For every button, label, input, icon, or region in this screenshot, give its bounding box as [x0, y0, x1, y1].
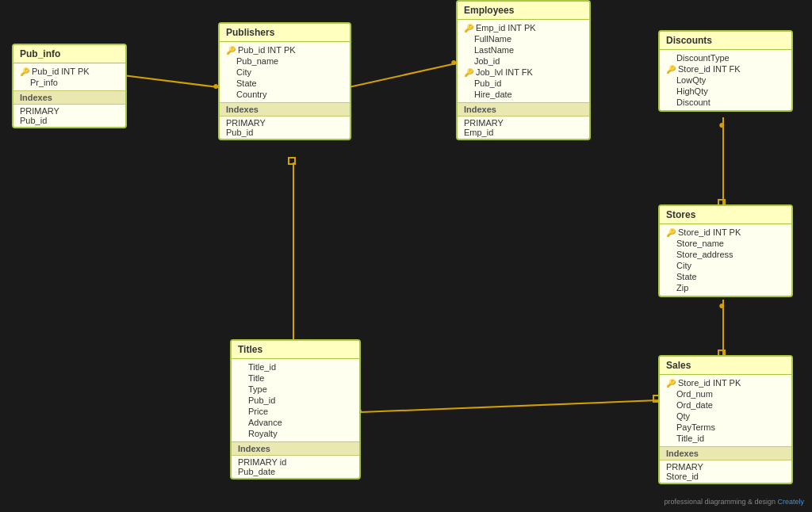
table-row: Title_id	[238, 361, 353, 373]
table-row: 🔑 Pub_id INT PK	[20, 66, 119, 77]
key-icon: 🔑	[666, 228, 676, 237]
table-sales: Sales 🔑 Store_id INT PK Ord_num Ord_date…	[658, 355, 793, 484]
key-icon: 🔑	[226, 46, 236, 55]
table-employees: Employees 🔑 Emp_id INT PK FullName LastN…	[456, 0, 591, 140]
table-titles-header: Titles	[232, 341, 359, 359]
table-row: State	[666, 271, 785, 282]
index-row: Pub_date	[238, 467, 353, 476]
table-row: Discount	[666, 97, 785, 108]
table-row: State	[226, 78, 343, 89]
svg-rect-7	[289, 158, 295, 164]
table-pub-info: Pub_info 🔑 Pub_id INT PK Pr_info Indexes…	[12, 44, 127, 128]
table-row: Ord_date	[666, 399, 785, 411]
table-publishers-body: 🔑 Pub_id INT PK Pub_name City State Coun…	[220, 42, 350, 102]
table-row: Store_name	[666, 238, 785, 249]
key-icon: 🔑	[666, 65, 676, 74]
table-sales-body: 🔑 Store_id INT PK Ord_num Ord_date Qty P…	[660, 375, 791, 446]
table-row: City	[666, 260, 785, 271]
table-row: Country	[226, 89, 343, 100]
table-pub-info-header: Pub_info	[13, 45, 125, 63]
table-row: PayTerms	[666, 422, 785, 433]
indexes-header: Indexes	[660, 446, 791, 460]
indexes-body: PRIMARY Pub_id	[220, 117, 350, 139]
table-row: Zip	[666, 282, 785, 293]
table-stores-header: Stores	[660, 206, 791, 224]
table-row: Title_id	[666, 433, 785, 444]
indexes-body: PRIMARY id Pub_date	[232, 456, 359, 478]
table-row: 🔑 Pub_id INT PK	[226, 44, 343, 55]
table-employees-body: 🔑 Emp_id INT PK FullName LastName Job_id…	[458, 20, 589, 102]
table-discounts: Discounts DiscountType 🔑 Store_id INT FK…	[658, 30, 793, 112]
index-row: PRIMARY	[226, 118, 343, 128]
index-row: Emp_id	[464, 128, 583, 137]
table-stores-body: 🔑 Store_id INT PK Store_name Store_addre…	[660, 224, 791, 296]
table-row: LowQty	[666, 75, 785, 86]
table-row: City	[226, 67, 343, 78]
svg-text:●: ●	[718, 299, 725, 311]
diagram-canvas: ● ● ● ● ● ● Pub_info 🔑 Pub_id INT PK	[0, 0, 812, 512]
table-row: Pr_info	[20, 77, 119, 88]
svg-line-0	[123, 75, 218, 87]
index-row: Store_id	[666, 472, 785, 481]
index-row: Pub_id	[20, 116, 119, 125]
svg-line-15	[361, 400, 658, 412]
table-titles-body: Title_id Title Type Pub_id Price Advance…	[232, 359, 359, 441]
table-row: FullName	[464, 33, 583, 44]
table-row: Royalty	[238, 428, 353, 439]
table-discounts-body: DiscountType 🔑 Store_id INT FK LowQty Hi…	[660, 50, 791, 110]
table-row: DiscountType	[666, 52, 785, 63]
table-row: 🔑 Emp_id INT PK	[464, 22, 583, 33]
table-employees-header: Employees	[458, 2, 589, 20]
table-row: 🔑 Store_id INT PK	[666, 227, 785, 238]
table-row: Pub_name	[226, 55, 343, 67]
table-pub-info-body: 🔑 Pub_id INT PK Pr_info	[13, 63, 125, 90]
table-publishers-header: Publishers	[220, 24, 350, 42]
watermark-brand: Creately	[777, 498, 804, 506]
table-row: Qty	[666, 411, 785, 422]
watermark: professional diagramming & design Create…	[664, 498, 804, 506]
index-row: PRIMARY id	[238, 457, 353, 467]
table-row: Pub_id	[238, 395, 353, 406]
index-row: Pub_id	[226, 128, 343, 137]
key-icon: 🔑	[464, 24, 473, 32]
index-row: PRIMARY	[20, 106, 119, 116]
index-row: PRIMARY	[464, 118, 583, 128]
table-discounts-header: Discounts	[660, 32, 791, 50]
table-row: 🔑 Store_id INT PK	[666, 377, 785, 388]
key-icon: 🔑	[666, 379, 676, 388]
table-row: Pub_id	[464, 78, 583, 89]
indexes-header: Indexes	[458, 102, 589, 117]
table-row: Advance	[238, 417, 353, 428]
table-row: Job_id	[464, 55, 583, 67]
table-stores: Stores 🔑 Store_id INT PK Store_name Stor…	[658, 204, 793, 297]
table-row: LastName	[464, 44, 583, 55]
table-row: HighQty	[666, 86, 785, 97]
indexes-body: PRIMARY Emp_id	[458, 117, 589, 139]
svg-text:●: ●	[718, 118, 725, 131]
indexes-body: PRIMARY Pub_id	[13, 105, 125, 127]
key-icon: 🔑	[20, 67, 29, 76]
table-row: 🔑 Store_id INT FK	[666, 63, 785, 75]
indexes-body: PRMARY Store_id	[660, 460, 791, 483]
table-row: 🔑 Job_lvl INT FK	[464, 67, 583, 78]
table-publishers: Publishers 🔑 Pub_id INT PK Pub_name City…	[218, 22, 351, 140]
table-row: Store_address	[666, 249, 785, 260]
indexes-header: Indexes	[220, 102, 350, 117]
indexes-header: Indexes	[232, 441, 359, 456]
table-row: Price	[238, 406, 353, 417]
table-titles: Titles Title_id Title Type Pub_id Price …	[230, 339, 361, 480]
table-row: Hire_date	[464, 89, 583, 100]
svg-line-3	[349, 63, 456, 87]
table-row: Title	[238, 373, 353, 384]
table-sales-header: Sales	[660, 357, 791, 375]
indexes-header: Indexes	[13, 90, 125, 105]
table-row: Type	[238, 384, 353, 395]
key-icon: 🔑	[464, 68, 473, 77]
index-row: PRMARY	[666, 462, 785, 472]
table-row: Ord_num	[666, 388, 785, 399]
